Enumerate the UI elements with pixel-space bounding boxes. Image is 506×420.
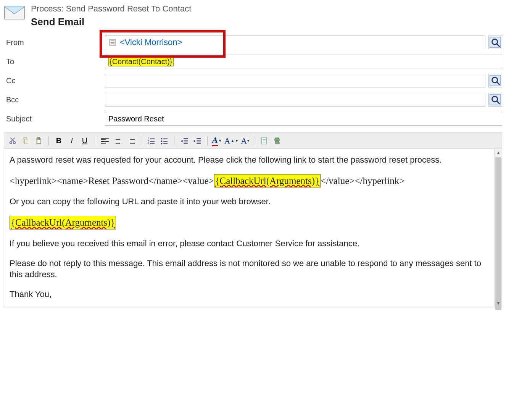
svg-rect-23 bbox=[37, 139, 40, 143]
caret-icon: ▾ bbox=[247, 139, 249, 143]
svg-rect-22 bbox=[37, 137, 40, 139]
email-body-editor[interactable]: A password reset was requested for your … bbox=[4, 149, 494, 307]
outdent-icon[interactable] bbox=[179, 136, 190, 146]
body-p6: Please do not reply to this message. Thi… bbox=[10, 258, 489, 280]
callback-chip[interactable]: {CallbackUrl(Arguments)} bbox=[214, 174, 321, 188]
svg-point-30 bbox=[161, 138, 163, 139]
svg-rect-53 bbox=[276, 142, 280, 144]
from-label: From bbox=[4, 38, 105, 47]
paste-icon[interactable] bbox=[33, 136, 44, 146]
font-size-up-button[interactable]: A▲▼ bbox=[224, 136, 239, 146]
subject-input-wrap bbox=[105, 112, 502, 126]
ordered-list-icon[interactable]: 123 bbox=[146, 136, 156, 146]
font-color-button[interactable]: A▼ bbox=[212, 135, 222, 146]
svg-point-31 bbox=[161, 141, 163, 142]
subject-input[interactable] bbox=[108, 115, 499, 123]
insert-link-icon[interactable] bbox=[272, 136, 282, 146]
bcc-lookup-button[interactable] bbox=[488, 93, 502, 107]
bcc-label: Bcc bbox=[4, 95, 105, 104]
subject-row: Subject bbox=[4, 112, 502, 126]
svg-point-15 bbox=[10, 141, 12, 144]
body-callback-line: {CallbackUrl(Arguments)} bbox=[10, 216, 489, 229]
from-value: <Vicki Morrison> bbox=[120, 37, 182, 47]
copy-icon[interactable] bbox=[20, 136, 31, 146]
record-icon bbox=[108, 38, 117, 47]
font-menu-button[interactable]: A▾ bbox=[241, 136, 249, 146]
to-row: To {Contact(Contact)} bbox=[4, 55, 502, 68]
svg-text:3: 3 bbox=[148, 142, 149, 145]
align-right-icon[interactable] bbox=[126, 136, 136, 146]
svg-point-16 bbox=[13, 141, 16, 144]
unordered-list-icon[interactable] bbox=[159, 136, 169, 146]
body-p3: Or you can copy the following URL and pa… bbox=[10, 196, 489, 207]
header: Process: Send Password Reset To Contact … bbox=[4, 4, 502, 28]
to-input[interactable]: {Contact(Contact)} bbox=[105, 55, 502, 68]
caret-icon: ▼ bbox=[218, 139, 222, 143]
from-row: From <Vicki Morrison> bbox=[4, 36, 502, 49]
italic-button[interactable]: I bbox=[66, 136, 77, 146]
editor-area: A password reset was requested for your … bbox=[4, 149, 502, 307]
align-left-icon[interactable] bbox=[100, 136, 110, 146]
subject-label: Subject bbox=[4, 115, 105, 123]
caret-icon: ▼ bbox=[235, 139, 238, 143]
scroll-thumb[interactable] bbox=[495, 157, 501, 310]
svg-point-32 bbox=[161, 143, 163, 144]
bcc-row: Bcc bbox=[4, 93, 502, 107]
editor-toolbar: B I U 123 A▼ A▲▼ A▾ bbox=[4, 132, 502, 149]
cut-icon[interactable] bbox=[7, 136, 18, 146]
body-hyperlink-line: <hyperlink><name>Reset Password</name><v… bbox=[10, 174, 489, 188]
envelope-icon bbox=[4, 4, 25, 21]
indent-icon[interactable] bbox=[192, 136, 203, 146]
cc-label: Cc bbox=[4, 76, 105, 85]
vertical-scrollbar[interactable]: ▲ ▼ bbox=[494, 149, 502, 307]
underline-button[interactable]: U bbox=[79, 136, 90, 146]
svg-marker-45 bbox=[194, 140, 196, 142]
from-input[interactable]: <Vicki Morrison> bbox=[105, 36, 485, 49]
to-label: To bbox=[4, 57, 105, 66]
scroll-down-icon[interactable]: ▼ bbox=[495, 299, 502, 307]
insert-file-icon[interactable] bbox=[259, 136, 269, 146]
bold-button[interactable]: B bbox=[53, 136, 64, 146]
svg-marker-40 bbox=[181, 140, 183, 142]
bcc-input[interactable] bbox=[105, 93, 485, 107]
page-title: Send Email bbox=[31, 16, 502, 28]
align-center-icon[interactable] bbox=[113, 136, 123, 146]
callback-chip-2[interactable]: {CallbackUrl(Arguments)} bbox=[10, 216, 116, 229]
body-p1: A password reset was requested for your … bbox=[10, 154, 489, 166]
cc-row: Cc bbox=[4, 74, 502, 87]
to-chip[interactable]: {Contact(Contact)} bbox=[108, 57, 174, 66]
body-p5: If you believe you received this email i… bbox=[10, 238, 489, 249]
scroll-up-icon[interactable]: ▲ bbox=[495, 149, 502, 157]
process-label: Process: Send Password Reset To Contact bbox=[31, 4, 502, 14]
from-lookup-button[interactable] bbox=[488, 36, 502, 49]
cc-input[interactable] bbox=[105, 74, 485, 87]
body-p7: Thank You, bbox=[10, 289, 489, 300]
svg-rect-20 bbox=[24, 139, 28, 144]
cc-lookup-button[interactable] bbox=[488, 74, 502, 87]
